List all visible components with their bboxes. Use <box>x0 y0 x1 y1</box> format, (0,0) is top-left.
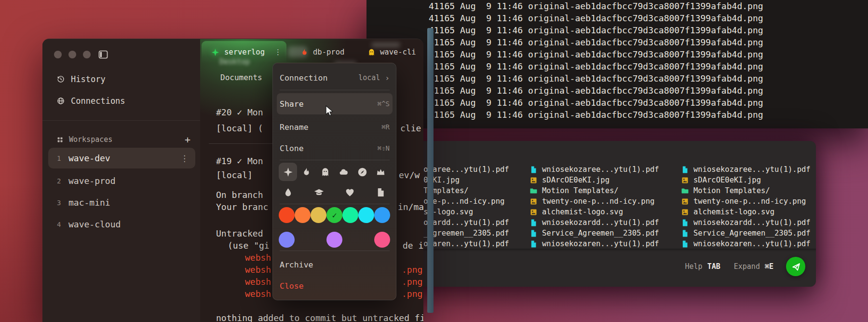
file-row[interactable]: Service_Agreemen__2305.pdf <box>681 228 816 238</box>
check-icon: ✓ <box>332 210 337 220</box>
file-row[interactable]: alchemist-logo.svg <box>529 207 678 217</box>
file-row[interactable]: wniosekozardd...ytu(1).pdf <box>529 217 678 228</box>
color-swatch[interactable] <box>311 207 326 223</box>
file-name: Motion Templates/ <box>693 186 770 195</box>
file-row[interactable]: wniosekozaren...ytu(1).pdf <box>529 238 678 249</box>
ls-line: 41165 Aug 9 11:46 original-aeb1dacfbcc79… <box>429 0 763 12</box>
send-button[interactable] <box>786 257 805 276</box>
compass-icon[interactable] <box>353 163 371 181</box>
file-column: wniosekozaree...ytu(1).pdfsDArcOE0eKI.jp… <box>529 164 678 249</box>
sidebar: History Connections Workspaces + <box>42 39 201 322</box>
directory-label[interactable]: Documents <box>220 73 262 82</box>
tab-label: serverlog <box>224 48 265 56</box>
terminal-line: Untracked <box>216 228 268 239</box>
mouse-cursor <box>323 104 336 117</box>
file-row[interactable]: sDArcOE0eKI.jpg <box>529 175 678 185</box>
file-cyan-icon <box>529 219 538 227</box>
traffic-light-zoom[interactable] <box>83 51 91 58</box>
workspace-item-wave-dev[interactable]: 1 wave-dev ⋮ <box>48 148 195 168</box>
workspace-name: mac-mini <box>68 197 110 208</box>
file-row[interactable]: wniosekozaree...ytu(1).pdf <box>529 164 678 175</box>
workspace-menu-icon[interactable]: ⋮ <box>180 154 189 163</box>
menu-item-archive[interactable]: Archive <box>280 254 390 275</box>
graduation-cap-icon[interactable] <box>310 183 328 201</box>
menu-item-close[interactable]: Close <box>280 276 390 296</box>
cloud-icon[interactable] <box>335 163 353 181</box>
file-suggestion-panel[interactable]: wniosekozaree...ytu(1).pdfsDArcOE0eKI.jp… <box>373 141 816 287</box>
globe-icon <box>56 97 65 105</box>
color-swatch[interactable]: ✓ <box>326 207 342 223</box>
heart-icon[interactable] <box>341 183 359 201</box>
file-row[interactable]: twenty-one-p...nd-icy.png <box>529 196 678 207</box>
flame-icon[interactable] <box>298 163 316 181</box>
background-terminal-window[interactable]: 41165 Aug 9 11:46 original-aeb1dacfbcc79… <box>366 0 868 128</box>
traffic-light-minimize[interactable] <box>68 51 76 58</box>
crown-icon[interactable] <box>372 163 390 181</box>
tab-menu-icon[interactable]: ⋮ <box>274 48 286 56</box>
add-workspace-button[interactable]: + <box>185 135 190 144</box>
terminal-fragment: .png <box>402 289 422 299</box>
file-name: Motion Templates/ <box>542 186 619 195</box>
terminal-fragment: .png <box>402 277 422 287</box>
menu-item-rename[interactable]: Rename ⌘R <box>280 116 390 138</box>
traffic-light-close[interactable] <box>54 51 62 58</box>
color-swatch[interactable] <box>374 232 390 248</box>
sidebar-item-history[interactable]: History <box>42 70 200 89</box>
menu-item-clone[interactable]: Clone ⌘⇧N <box>280 138 390 159</box>
sidebar-item-connections[interactable]: Connections <box>42 91 200 111</box>
connection-label: Connection <box>280 73 327 83</box>
expand-hint-label: Expand <box>734 262 760 271</box>
terminal-fragment: ev/w <box>399 170 420 181</box>
clone-shortcut: ⌘⇧N <box>378 144 390 152</box>
color-swatch[interactable] <box>342 207 358 223</box>
file-row[interactable]: Motion Templates/ <box>529 185 678 196</box>
sparkle-icon <box>211 48 219 56</box>
untracked-file: websh <box>245 289 271 299</box>
chevron-right-icon: › <box>385 73 390 83</box>
help-hint-key: TAB <box>707 262 720 271</box>
file-row[interactable]: Service_Agreemen__2305.pdf <box>529 228 678 238</box>
tab-db-prod[interactable]: db-prod <box>300 41 344 63</box>
menu-divider <box>280 251 390 251</box>
workspace-item-wave-prod[interactable]: 2 wave-prod <box>48 170 195 191</box>
file-name: twenty-one-p...nd-icy.png <box>693 197 806 206</box>
menu-item-connection[interactable]: Connection local › <box>280 69 390 86</box>
sidebar-toggle-icon[interactable] <box>97 49 109 60</box>
image-yellow-icon <box>681 208 689 216</box>
ghost-icon[interactable] <box>316 163 334 181</box>
file-row[interactable]: twenty-one-p...nd-icy.png <box>681 196 816 207</box>
file-name: wniosekozardd...ytu(1).pdf <box>693 218 811 227</box>
workspace-item-wave-cloud[interactable]: 4 wave-cloud <box>48 214 195 235</box>
color-swatch[interactable] <box>374 207 390 223</box>
ls-line: 41165 Aug 9 11:46 original-aeb1dacfbcc79… <box>429 109 763 121</box>
workspace-item-mac-mini[interactable]: 3 mac-mini <box>48 192 195 213</box>
file-row[interactable]: sDArcOE0eKI.jpg <box>681 175 816 185</box>
file-row[interactable]: wniosekozaren...ytu(1).pdf <box>681 238 816 249</box>
tab-label: wave-cli <box>380 48 416 56</box>
sparkle-icon[interactable] <box>279 163 297 181</box>
color-swatch[interactable] <box>326 232 342 248</box>
tab-wave-cli[interactable]: wave-cli <box>367 41 416 63</box>
clone-label: Clone <box>280 144 304 153</box>
file-name: wniosekozaren...ytu(1).pdf <box>542 239 659 248</box>
image-yellow-icon <box>529 208 538 216</box>
color-swatch[interactable] <box>358 207 374 223</box>
terminal-line: Your branc <box>216 202 268 212</box>
file-row[interactable]: wniosekozardd...ytu(1).pdf <box>681 217 816 228</box>
tab-context-menu: Connection local › Share ⌘^S Rename ⌘R C… <box>272 63 396 300</box>
droplet-icon[interactable] <box>279 183 297 201</box>
file-row[interactable]: alchemist-logo.svg <box>681 207 816 217</box>
file-row[interactable]: wniosekozaree...ytu(1).pdf <box>681 164 816 175</box>
color-swatch[interactable] <box>279 232 295 248</box>
color-swatch[interactable] <box>295 207 311 223</box>
color-swatch[interactable] <box>279 207 295 223</box>
image-yellow-icon <box>681 197 689 206</box>
file-name: wniosekozaree...ytu(1).pdf <box>542 165 659 174</box>
workspace-name: wave-dev <box>68 153 110 163</box>
file-icon[interactable] <box>372 183 390 201</box>
workspace-index: 4 <box>57 221 68 228</box>
file-row[interactable]: Motion Templates/ <box>681 185 816 196</box>
rename-shortcut: ⌘R <box>381 123 390 131</box>
terminal-line: nothing added to commit but untracked fi <box>216 313 423 322</box>
workspaces-grid-icon <box>56 136 64 143</box>
